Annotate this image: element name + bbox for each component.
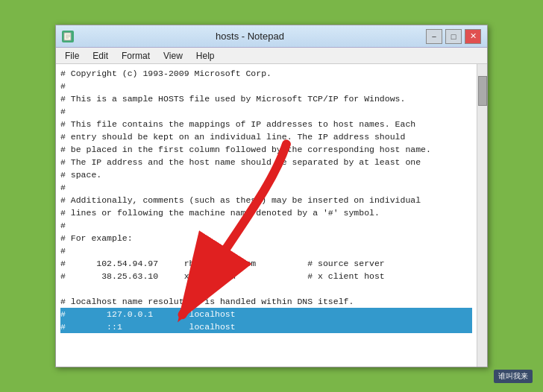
editor-line: # Additionally, comments (such as these)… [60, 194, 472, 206]
close-button[interactable]: ✕ [465, 29, 481, 44]
editor-line: # localhost name resolution is handled w… [60, 295, 472, 308]
notepad-window: hosts - Notepad − □ ✕ FileEditFormatView… [55, 25, 488, 367]
editor-line: # 127.0.0.1 localhost [60, 308, 472, 320]
notepad-app-icon [62, 31, 74, 42]
editor-line: # This file contains the mappings of IP … [60, 118, 472, 130]
menu-item-help[interactable]: Help [190, 49, 221, 63]
editor-line: # entry should be kept on an individual … [60, 130, 472, 143]
editor-line: # ::1 localhost [60, 320, 472, 333]
editor-line: # lines or following the machine name de… [60, 206, 472, 219]
editor-line: # space. [60, 168, 472, 181]
editor-line: # This is a sample HOSTS file used by Mi… [60, 92, 472, 105]
menu-item-file[interactable]: File [59, 49, 85, 63]
editor-line: # 38.25.63.10 x.acme.com # x client host [60, 270, 472, 282]
window-title: hosts - Notepad [74, 31, 426, 42]
maximize-button[interactable]: □ [445, 29, 462, 44]
editor-line: # [60, 219, 472, 232]
editor-line [60, 282, 472, 295]
editor-line: # Copyright (c) 1993-2009 Microsoft Corp… [60, 67, 472, 80]
editor-line: # For example: [60, 232, 472, 244]
minimize-button[interactable]: − [426, 29, 442, 44]
editor-line: # 102.54.94.97 rhino.acme.com # source s… [60, 257, 472, 270]
editor-line: # [60, 105, 472, 118]
editor-area[interactable]: # Copyright (c) 1993-2009 Microsoft Corp… [56, 64, 487, 367]
editor-line: # [60, 181, 472, 194]
window-controls: − □ ✕ [426, 29, 481, 44]
title-bar: hosts - Notepad − □ ✕ [56, 25, 487, 48]
menu-item-edit[interactable]: Edit [87, 49, 114, 63]
menu-bar: FileEditFormatViewHelp [56, 48, 487, 64]
menu-item-format[interactable]: Format [116, 49, 156, 63]
watermark: 谁叫我来 [494, 370, 533, 383]
outer-wrapper: hosts - Notepad − □ ✕ FileEditFormatView… [0, 0, 543, 392]
editor-content[interactable]: # Copyright (c) 1993-2009 Microsoft Corp… [56, 64, 477, 367]
editor-line: # [60, 80, 472, 92]
editor-line: # be placed in the first column followed… [60, 143, 472, 156]
menu-item-view[interactable]: View [157, 49, 189, 63]
scrollbar[interactable] [477, 64, 487, 367]
scrollbar-thumb[interactable] [478, 76, 487, 106]
editor-line: # [60, 244, 472, 257]
editor-line: # The IP address and the host name shoul… [60, 156, 472, 168]
